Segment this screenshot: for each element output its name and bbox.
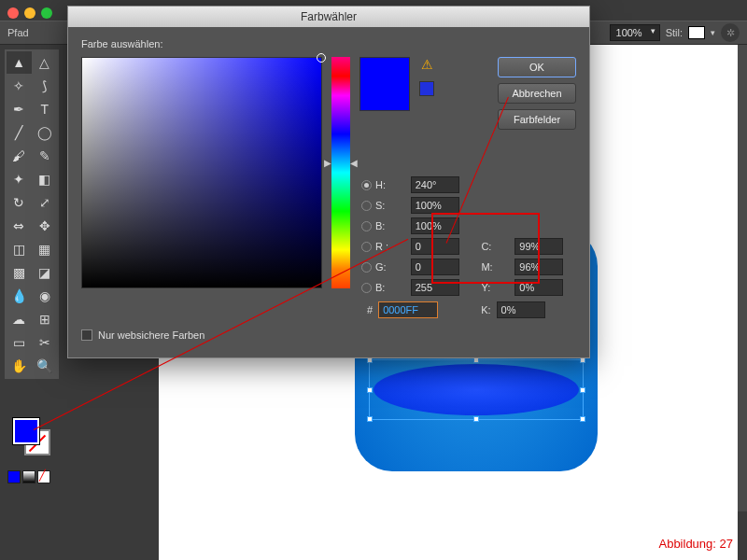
eyedropper-tool-icon[interactable]: 💧 [7,285,32,307]
free-transform-tool-icon[interactable]: ✥ [33,215,58,237]
g-input[interactable] [411,259,459,275]
window-minimize[interactable] [24,7,35,19]
hand-tool-icon[interactable]: ✋ [7,355,32,377]
scale-tool-icon[interactable]: ⤢ [33,191,58,214]
blob-tool-icon[interactable]: ✦ [7,168,32,190]
b-radio[interactable] [361,221,372,231]
color-mode-gradient[interactable] [22,470,35,483]
h-radio[interactable] [361,180,372,190]
eraser-tool-icon[interactable]: ◧ [33,168,58,190]
color-preview [359,57,410,111]
ok-button[interactable]: OK [498,57,576,77]
s-input[interactable] [411,197,459,214]
bl-radio[interactable] [361,283,372,293]
caption: Abbildung: 27 [658,537,733,551]
hue-slider[interactable]: ▶ ◀ [331,57,350,288]
selection-bounds [369,359,584,420]
pen-tool-icon[interactable]: ✒ [7,98,32,120]
magic-wand-tool-icon[interactable]: ✧ [7,75,32,97]
saturation-cursor-icon[interactable] [317,53,326,63]
color-mode-none[interactable]: ╱ [37,470,50,483]
perspective-tool-icon[interactable]: ▦ [33,238,58,260]
rotate-tool-icon[interactable]: ↻ [7,191,32,214]
m-input[interactable] [514,259,563,275]
select-color-label: Farbe auswählen: [81,38,576,49]
slice-tool-icon[interactable]: ✂ [33,331,58,354]
fill-swatch[interactable] [13,418,39,444]
swatches-button[interactable]: Farbfelder [498,109,576,130]
gradient-tool-icon[interactable]: ◪ [33,261,58,284]
hue-arrow-left-icon: ▶ [324,158,331,168]
window-close[interactable] [7,7,19,19]
k-input[interactable] [497,301,545,318]
r-radio[interactable] [361,242,372,252]
ellipse-tool-icon[interactable]: ◯ [33,121,58,144]
symbol-tool-icon[interactable]: ☁ [7,308,32,330]
window-zoom[interactable] [41,7,52,19]
blend-tool-icon[interactable]: ◉ [33,285,58,307]
previous-color-swatch[interactable] [419,81,434,96]
shape-builder-tool-icon[interactable]: ◫ [7,238,32,260]
s-radio[interactable] [361,201,372,211]
graph-tool-icon[interactable]: ⊞ [33,308,58,330]
dialog-title: Farbwähler [68,7,589,27]
path-label: Pfad [7,27,29,38]
direct-select-tool-icon[interactable]: △ [33,51,58,74]
style-swatch[interactable] [688,26,705,39]
artboard-tool-icon[interactable]: ▭ [7,331,32,354]
b-input[interactable] [411,217,459,234]
brush-tool-icon[interactable]: 🖌 [7,145,32,167]
color-mode-solid[interactable] [7,470,21,483]
style-label: Stil: [666,27,683,38]
line-tool-icon[interactable]: ╱ [7,121,32,144]
cancel-button[interactable]: Abbrechen [498,83,576,104]
selection-tool-icon[interactable]: ▲ [7,51,32,74]
h-input[interactable] [411,176,459,193]
pencil-tool-icon[interactable]: ✎ [33,145,58,167]
c-input[interactable] [514,238,563,255]
saturation-field[interactable] [81,57,322,288]
gear-icon[interactable]: ✲ [721,23,740,42]
zoom-tool-icon[interactable]: 🔍 [33,355,58,377]
width-tool-icon[interactable]: ⇔ [7,215,32,237]
right-panels[interactable] [738,45,747,511]
mesh-tool-icon[interactable]: ▩ [7,261,32,284]
gamut-warning-icon[interactable]: ⚠ [421,57,433,72]
bl-input[interactable] [411,279,459,296]
g-radio[interactable] [361,262,372,273]
style-arrow-icon[interactable]: ▾ [711,28,715,37]
fill-stroke-swatch[interactable] [13,418,50,455]
zoom-dropdown[interactable]: 100% [610,24,660,41]
hex-label: # [367,304,373,315]
lasso-tool-icon[interactable]: ⟆ [33,75,58,97]
type-tool-icon[interactable]: T [33,98,58,120]
r-input[interactable] [411,238,459,255]
color-picker-dialog: Farbwähler Farbe auswählen: ▶ ◀ ⚠ OK Abb… [67,6,590,358]
websafe-checkbox[interactable] [81,329,92,341]
tools-panel: ▲ △ ✧ ⟆ ✒ T ╱ ◯ 🖌 ✎ ✦ ◧ ↻ ⤢ ⇔ ✥ ◫ ▦ ▩ ◪ … [4,49,60,380]
hex-input[interactable] [378,301,438,318]
y-input[interactable] [514,279,563,296]
websafe-label: Nur websichere Farben [98,329,204,341]
hue-arrow-right-icon: ◀ [350,158,358,168]
